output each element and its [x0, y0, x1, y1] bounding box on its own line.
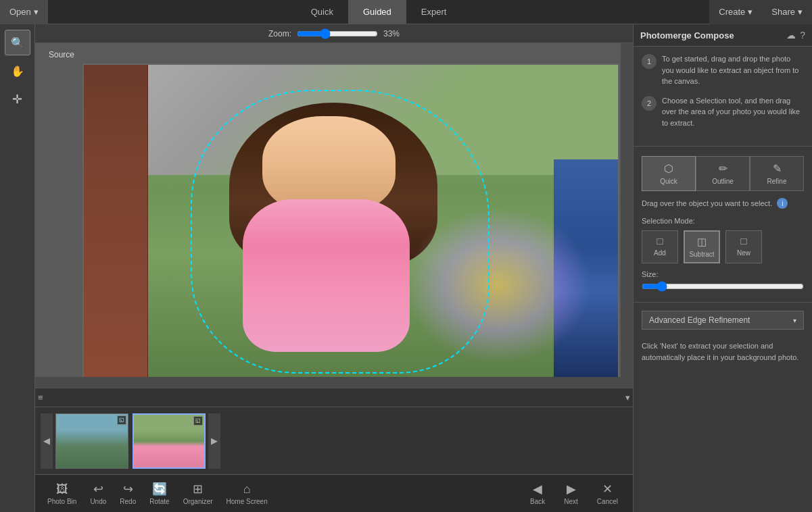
size-slider[interactable] — [642, 281, 804, 292]
cloud-icon: ☁ — [786, 30, 796, 41]
rotate-icon: 🔄 — [152, 482, 167, 496]
canvas-hscrollbar[interactable] — [35, 377, 621, 388]
next-info: Click 'Next' to extract your selection a… — [634, 335, 812, 368]
filmstrip-item-2[interactable]: ◱ — [133, 413, 206, 469]
step-1: 1 To get started, drag and drop the phot… — [642, 53, 804, 87]
selection-mode-section: Selection Mode: — [634, 213, 812, 228]
canvas-viewport: Source — [35, 43, 633, 388]
photo-bin-button[interactable]: 🖼 Photo Bin — [41, 480, 83, 508]
undo-icon: ↩ — [93, 482, 103, 496]
cloud-button[interactable]: ☁ — [786, 30, 796, 41]
help-icon: ? — [800, 30, 805, 41]
right-panel: Photomerge Compose ☁ ? 1 To get started,… — [633, 24, 812, 512]
cancel-icon: ✕ — [602, 482, 613, 496]
steps-section: 1 To get started, drag and drop the phot… — [634, 47, 812, 143]
zoom-tool[interactable]: 🔍 — [5, 30, 30, 55]
back-button[interactable]: ◀ Back — [521, 479, 554, 508]
filmstrip-badge-2: ◱ — [193, 416, 203, 426]
dropdown-arrow-icon: ▾ — [793, 317, 796, 324]
step-2-text: Choose a Selection tool, and then drag o… — [662, 95, 804, 129]
help-button[interactable]: ? — [800, 30, 805, 41]
move-tool[interactable]: ✛ — [5, 86, 30, 112]
undo-button[interactable]: ↩ Undo — [83, 479, 113, 508]
panel-title: Photomerge Compose — [640, 30, 734, 41]
next-icon: ▶ — [567, 482, 576, 496]
step-1-num: 1 — [642, 54, 656, 69]
outline-sel-icon: ✏ — [719, 162, 727, 175]
canvas-area: Zoom: 33% Source — [35, 24, 633, 512]
refine-sel-icon: ✎ — [773, 162, 782, 175]
organizer-icon: ⊞ — [193, 482, 203, 496]
open-dropdown-icon: ▾ — [34, 7, 39, 17]
filmstrip: ◀ ◱ ◱ ▶ — [35, 407, 633, 474]
redo-button[interactable]: ↪ Redo — [113, 479, 143, 508]
photo-background — [84, 65, 618, 380]
zoom-bar: Zoom: 33% — [35, 24, 633, 43]
new-mode-button[interactable]: □ New — [725, 230, 762, 263]
organizer-button[interactable]: ⊞ Organizer — [176, 479, 220, 508]
photo-bin-label: Photo Bin — [47, 498, 76, 505]
hand-icon: ✋ — [11, 65, 24, 78]
zoom-label: Zoom: — [268, 29, 291, 39]
size-section: Size: — [634, 266, 812, 299]
main-layout: 🔍 ✋ ✛ Zoom: 33% Source — [0, 24, 812, 512]
open-button[interactable]: Open ▾ — [0, 0, 48, 24]
filmstrip-items: ◱ ◱ — [53, 411, 208, 471]
bottom-bar: 🖼 Photo Bin ↩ Undo ↪ Redo 🔄 Rotate ⊞ Org… — [35, 474, 633, 512]
home-icon: ⌂ — [243, 482, 251, 496]
quick-selection-tool[interactable]: ⬡ Quick — [642, 156, 696, 191]
create-button[interactable]: Create ▾ — [709, 0, 762, 24]
next-button[interactable]: ▶ Next — [554, 479, 588, 508]
hand-tool[interactable]: ✋ — [5, 58, 30, 84]
tab-quick[interactable]: Quick — [296, 0, 348, 24]
open-label: Open — [9, 7, 31, 17]
zoom-slider[interactable] — [297, 28, 378, 39]
canvas-image[interactable] — [82, 63, 619, 381]
divider-2 — [634, 302, 812, 303]
panel-header: Photomerge Compose ☁ ? — [634, 24, 812, 47]
filmstrip-scroll-right[interactable]: ▶ — [208, 413, 220, 469]
source-label: Source — [49, 50, 74, 59]
rotate-button[interactable]: 🔄 Rotate — [143, 479, 176, 508]
girl-face — [262, 116, 396, 213]
zoom-value: 33% — [383, 29, 400, 39]
share-button[interactable]: Share ▾ — [762, 0, 812, 24]
filmstrip-badge-1: ◱ — [117, 415, 126, 425]
size-label: Size: — [642, 270, 804, 278]
panel-content: 1 To get started, drag and drop the phot… — [634, 47, 812, 512]
tab-guided[interactable]: Guided — [348, 0, 406, 24]
left-figure — [84, 65, 148, 380]
filmstrip-down-btn[interactable]: ▾ — [625, 392, 630, 403]
refine-selection-tool[interactable]: ✎ Refine — [750, 156, 804, 191]
zoom-icon: 🔍 — [11, 36, 24, 49]
girl-torso — [243, 199, 409, 352]
step-2-num: 2 — [642, 96, 656, 111]
add-mode-button[interactable]: □ Add — [642, 230, 678, 263]
move-icon: ✛ — [12, 92, 22, 107]
top-bar: Open ▾ Quick Guided Expert Create ▾ Shar… — [0, 0, 812, 24]
subtract-mode-icon: ◫ — [697, 236, 707, 248]
panel-header-buttons: ☁ ? — [786, 30, 805, 41]
divider-1 — [634, 146, 812, 147]
subtract-mode-button[interactable]: ◫ Subtract — [684, 230, 720, 263]
outline-selection-tool[interactable]: ✏ Outline — [696, 156, 750, 191]
advanced-edge-label: Advanced Edge Refinement — [649, 315, 750, 325]
right-buttons: Create ▾ Share ▾ — [709, 0, 812, 24]
add-mode-icon: □ — [656, 235, 663, 247]
left-toolbar: 🔍 ✋ ✛ — [0, 24, 35, 512]
info-icon[interactable]: i — [777, 198, 788, 209]
home-screen-button[interactable]: ⌂ Home Screen — [220, 480, 274, 508]
advanced-edge-dropdown[interactable]: Advanced Edge Refinement ▾ — [642, 311, 804, 330]
tab-expert[interactable]: Expert — [406, 0, 462, 24]
step-1-text: To get started, drag and drop the photo … — [662, 53, 804, 87]
filmstrip-scroll-left[interactable]: ◀ — [41, 413, 53, 469]
cancel-button[interactable]: ✕ Cancel — [588, 479, 627, 508]
redo-icon: ↪ — [123, 482, 133, 496]
filmstrip-item-1[interactable]: ◱ — [55, 413, 128, 469]
filmstrip-list-btn[interactable]: ≡ — [38, 392, 43, 403]
canvas-scrollbar[interactable] — [621, 43, 633, 388]
advanced-edge-section: Advanced Edge Refinement ▾ — [634, 305, 812, 335]
mode-tabs: Quick Guided Expert — [296, 0, 462, 24]
new-mode-icon: □ — [740, 235, 746, 247]
step-2: 2 Choose a Selection tool, and then drag… — [642, 95, 804, 129]
